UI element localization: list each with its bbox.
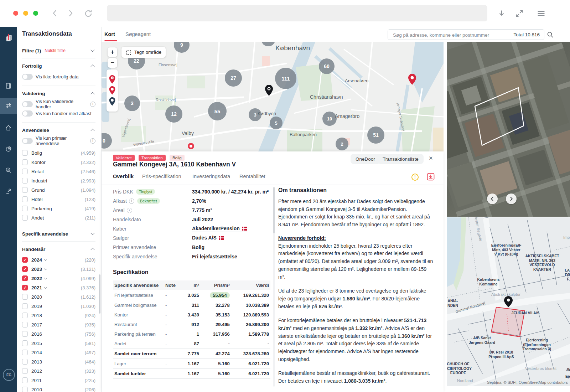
checkbox[interactable] xyxy=(22,196,28,202)
map-area[interactable]: 9 22 27 111 60 3 12 55 3 5 10 2 51 0 + −… xyxy=(102,42,444,151)
checkbox[interactable] xyxy=(22,368,28,374)
sidebar-item-transactions[interactable] xyxy=(0,98,17,114)
checkbox[interactable] xyxy=(22,178,28,184)
map-cluster[interactable]: 5 xyxy=(270,117,283,129)
tab-overblik[interactable]: Overblik xyxy=(113,174,134,179)
zoom-out-button[interactable]: − xyxy=(108,58,117,68)
filter-option[interactable]: Hotel(123) xyxy=(22,195,95,204)
checkbox-checked[interactable]: ✓ xyxy=(22,266,28,272)
year-option[interactable]: 2020(1.612) xyxy=(22,292,95,301)
map-cluster[interactable]: 55 xyxy=(208,102,227,120)
buyer-link[interactable]: AkademikerPension xyxy=(192,226,247,232)
checkbox[interactable] xyxy=(22,215,28,221)
filter-option[interactable]: Grund(1.094) xyxy=(22,185,95,195)
year-option[interactable]: 2017(935) xyxy=(22,320,95,329)
year-option[interactable]: ✓2021(3.376) xyxy=(22,283,95,292)
window-close-button[interactable] xyxy=(13,11,18,16)
year-option[interactable]: ✓2023(3.121) xyxy=(22,264,95,274)
checkbox[interactable] xyxy=(22,350,28,355)
map-cluster[interactable]: 111 xyxy=(275,68,296,89)
red-pin-icon[interactable] xyxy=(408,73,417,86)
year-option[interactable]: 2016(756) xyxy=(22,329,95,339)
map-cluster[interactable]: 51 xyxy=(367,127,384,144)
sidebar-item-ownership[interactable] xyxy=(0,184,17,199)
fullscreen-icon[interactable] xyxy=(515,9,524,18)
sidebar-item-documents[interactable] xyxy=(0,78,17,93)
reset-filters-link[interactable]: Nulstil filtre xyxy=(45,48,66,53)
checkbox[interactable] xyxy=(22,206,28,211)
search-icon[interactable] xyxy=(547,31,554,38)
primary-usage-toggle[interactable] xyxy=(22,138,33,144)
sidebar-item-market-search[interactable] xyxy=(0,162,17,178)
forward-icon[interactable] xyxy=(66,9,75,18)
info-icon[interactable]: i xyxy=(90,102,95,107)
cadastral-map[interactable]: Ejerforening (E/F Matr. 403 Vester V Kvt… xyxy=(447,217,570,386)
app-logo[interactable] xyxy=(0,30,17,46)
tab-pris-specifikation[interactable]: Pris-specifikation xyxy=(142,174,181,179)
checkbox[interactable] xyxy=(22,303,28,309)
map-cluster[interactable]: 2 xyxy=(336,138,348,150)
download-icon[interactable] xyxy=(497,9,506,18)
year-option[interactable]: ✓2022(4.099) xyxy=(22,274,95,283)
year-option[interactable]: 2019(1.030) xyxy=(22,301,95,311)
validated-toggle[interactable] xyxy=(22,101,33,107)
filter-option[interactable]: Parkering(419) xyxy=(22,204,95,213)
year-option[interactable]: 2014(497) xyxy=(22,348,95,357)
sidebar-item-statistics[interactable] xyxy=(0,141,17,157)
seller-link[interactable]: Dades A/S xyxy=(192,235,224,241)
year-option[interactable]: 2018(924) xyxy=(22,311,95,320)
map-cluster[interactable]: 10 xyxy=(322,112,337,126)
checkbox[interactable] xyxy=(22,294,28,300)
panel-scrollbar-thumb[interactable] xyxy=(273,187,275,233)
selected-pin-icon[interactable] xyxy=(264,84,274,97)
close-icon[interactable]: ✕ xyxy=(429,155,433,161)
info-icon[interactable]: i xyxy=(127,208,132,213)
checkbox-checked[interactable]: ✓ xyxy=(22,257,28,263)
checkbox[interactable] xyxy=(22,331,28,337)
search-input[interactable] xyxy=(392,30,501,40)
transaction-list-button[interactable]: Transaktionsliste xyxy=(378,154,424,164)
warning-icon[interactable]: ! xyxy=(411,174,419,181)
filter-option[interactable]: Retail(2.546) xyxy=(22,167,95,176)
checkbox[interactable] xyxy=(22,169,28,174)
checkbox[interactable] xyxy=(22,377,28,383)
map-cluster[interactable]: 12 xyxy=(165,105,182,123)
info-icon[interactable]: i xyxy=(129,198,134,204)
checkbox[interactable] xyxy=(22,159,28,165)
filter-option[interactable]: Kontor(2.332) xyxy=(22,158,95,167)
year-option[interactable]: 2013(464) xyxy=(22,357,95,366)
menu-icon[interactable] xyxy=(537,9,546,18)
zoom-in-button[interactable]: + xyxy=(108,47,117,57)
tab-soegeagent[interactable]: Søgeagent xyxy=(125,31,151,37)
window-minimize-button[interactable] xyxy=(23,11,28,16)
year-option[interactable]: 2010(206) xyxy=(22,385,95,392)
checkbox[interactable] xyxy=(22,387,28,392)
point-marker[interactable] xyxy=(188,143,194,149)
map-cluster[interactable]: 60 xyxy=(319,58,335,74)
chevron-down-icon[interactable] xyxy=(44,267,47,270)
chevron-down-icon[interactable] xyxy=(44,277,47,279)
tab-investeringsdata[interactable]: Investeringsdata xyxy=(192,174,230,179)
year-option[interactable]: 2012(323) xyxy=(22,366,95,376)
other-pin-button[interactable] xyxy=(109,97,116,106)
section-anvendelse[interactable]: Anvendelse xyxy=(22,124,95,136)
transaction-pin-button[interactable] xyxy=(109,86,116,95)
checkbox-checked[interactable]: ✓ xyxy=(22,285,28,290)
map-cluster[interactable]: 27 xyxy=(225,69,242,87)
checkbox[interactable] xyxy=(22,340,28,346)
info-icon[interactable]: i xyxy=(90,138,95,144)
year-option[interactable]: 2011(225) xyxy=(22,376,95,385)
map-cluster[interactable]: 3 xyxy=(124,96,140,111)
photo-next-button[interactable] xyxy=(506,194,517,204)
section-handelsaar[interactable]: Handelsår xyxy=(22,243,95,255)
back-icon[interactable] xyxy=(51,9,59,18)
section-specifik-anvendelse[interactable]: Specifik anvendelse xyxy=(22,228,95,240)
window-zoom-button[interactable] xyxy=(33,11,38,16)
section-fortrolig[interactable]: Fortrolig xyxy=(22,60,95,72)
search-bar[interactable]: Total 10.816 xyxy=(388,29,544,40)
user-avatar[interactable]: FG xyxy=(3,369,15,381)
yield-toggle[interactable] xyxy=(22,110,33,117)
fortrolig-toggle[interactable] xyxy=(22,74,33,80)
chevron-down-icon[interactable] xyxy=(44,286,47,289)
aerial-photo[interactable] xyxy=(447,42,570,217)
